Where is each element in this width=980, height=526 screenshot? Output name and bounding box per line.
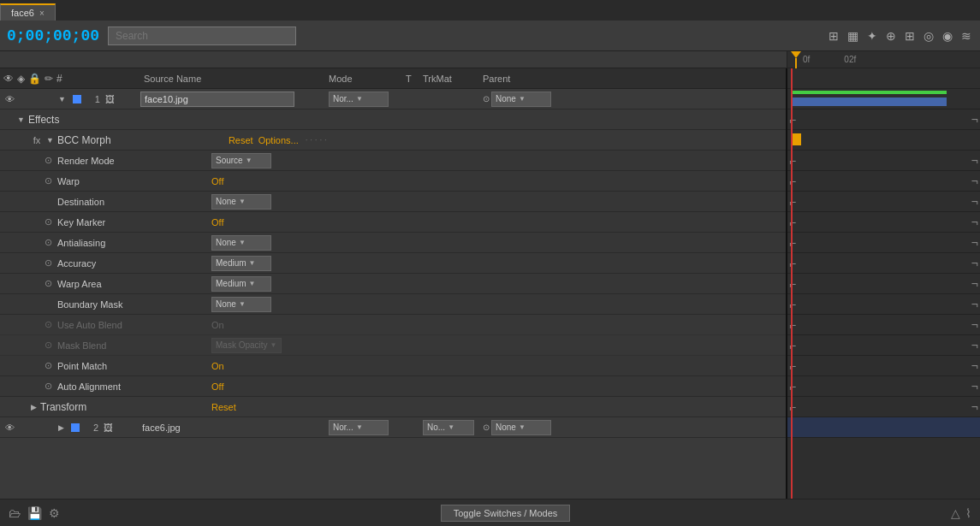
- auto-alignment-row: ⊙ Auto Alignment Off: [0, 376, 786, 397]
- point-match-value: On: [211, 361, 224, 371]
- destination-label: Destination: [57, 197, 211, 207]
- search-input[interactable]: [108, 27, 296, 45]
- trkmat-header: TrkMat: [423, 74, 483, 84]
- accuracy-row: ⊙ Accuracy Medium ▼: [0, 253, 786, 274]
- accuracy-dropdown[interactable]: Medium ▼: [211, 256, 271, 271]
- tab-close[interactable]: ×: [39, 9, 45, 18]
- mode-dropdown-2[interactable]: Nor... ▼: [329, 420, 389, 435]
- layer-row-1[interactable]: 👁 ▼ 1 🖼 Nor... ▼ ⊙: [0, 89, 786, 109]
- mode-dropdown-1[interactable]: Nor... ▼: [329, 92, 389, 107]
- key-marker-row: ⊙ Key Marker Off: [0, 212, 786, 233]
- parent-dropdown-2[interactable]: None ▼: [491, 420, 551, 435]
- antialiasing-label: Antialiasing: [57, 238, 211, 248]
- stop-icon-pointmatch[interactable]: ⊙: [45, 360, 52, 371]
- mask-blend-arrow: ▼: [270, 341, 277, 349]
- bracket-out-8: ¬: [971, 298, 978, 311]
- key-marker-value: Off: [211, 217, 223, 228]
- timeline-prop-2: ⌐ ¬: [787, 171, 980, 192]
- effects-row: ▼ Effects: [0, 109, 786, 130]
- folder-icon[interactable]: 🗁: [9, 506, 21, 520]
- destination-dropdown[interactable]: None ▼: [211, 194, 271, 210]
- bcc-options-btn[interactable]: Options...: [258, 135, 299, 145]
- timeline-prop-12: ⌐ ¬: [787, 376, 980, 397]
- status-bar: 🗁 💾 ⚙ Toggle Switches / Modes △ ⌇: [0, 499, 980, 526]
- expand-triangle-2[interactable]: ▶: [58, 423, 64, 432]
- bcc-morph-label: BCC Morph: [57, 134, 229, 146]
- toolbar: 0;00;00;00 ⊞ ▦ ✦ ⊕ ⊞ ◎ ◉ ≋: [0, 21, 980, 51]
- point-match-label: Point Match: [57, 361, 211, 371]
- stop-icon-keymarker[interactable]: ⊙: [45, 216, 52, 228]
- antialiasing-row: ⊙ Antialiasing None ▼: [0, 233, 786, 253]
- timeline-prop-10: ⌐ ¬: [787, 335, 980, 356]
- save-icon[interactable]: 💾: [27, 506, 42, 520]
- warp-row: ⊙ Warp Off: [0, 171, 786, 192]
- tab-bar: face6 ×: [0, 0, 980, 21]
- parent-cell-1: ⊙ None ▼: [483, 92, 551, 107]
- grid2-icon[interactable]: ⊞: [903, 27, 917, 44]
- bracket-out-t: ¬: [971, 400, 978, 414]
- bracket-out-1: ¬: [971, 154, 978, 168]
- bracket-out-2: ¬: [971, 174, 978, 188]
- antialiasing-dropdown[interactable]: None ▼: [211, 235, 271, 251]
- layer-num-1: 1: [85, 94, 100, 104]
- boundary-mask-dropdown[interactable]: None ▼: [211, 297, 271, 312]
- warp-area-dropdown[interactable]: Medium ▼: [211, 276, 271, 292]
- effects-expand[interactable]: ▼: [17, 115, 25, 124]
- render-mode-dropdown[interactable]: Source ▼: [211, 153, 271, 168]
- transform-expand[interactable]: ▶: [31, 403, 37, 411]
- destination-arrow: ▼: [239, 198, 246, 205]
- expand-triangle-1[interactable]: ▼: [58, 95, 66, 103]
- fx-icon: fx: [31, 135, 43, 145]
- timeline-prop-1: ⌐ ¬: [787, 151, 980, 171]
- eye-icon-1[interactable]: 👁: [3, 94, 15, 104]
- trkmat-dropdown-2[interactable]: No... ▼: [423, 420, 474, 435]
- tab-face6[interactable]: face6 ×: [0, 3, 56, 21]
- warp-area-value: Medium ▼: [211, 276, 288, 292]
- bcc-morph-row: fx ▼ BCC Morph Reset Options... · · · · …: [0, 130, 786, 151]
- bcc-reset-btn[interactable]: Reset: [229, 135, 253, 145]
- bcc-expand[interactable]: ▼: [46, 136, 54, 145]
- stop-icon-autoalign[interactable]: ⊙: [45, 381, 52, 392]
- timeline-row-2: [787, 417, 980, 438]
- layer-file-icon-1: 🖼: [105, 94, 115, 104]
- collapse-icon[interactable]: ⊞: [827, 27, 840, 44]
- graph-status-icon[interactable]: ⌇: [965, 506, 971, 520]
- graph-icon[interactable]: ≋: [959, 27, 973, 44]
- chevron-up-icon[interactable]: △: [951, 506, 960, 520]
- accuracy-label: Accuracy: [57, 258, 211, 269]
- layer-row-2[interactable]: 👁 ▶ 2 🖼 face6.jpg Nor... ▼: [0, 417, 786, 438]
- warp-area-arrow: ▼: [249, 280, 256, 287]
- mask-blend-dropdown[interactable]: Mask Opacity ▼: [211, 338, 282, 353]
- stop-icon-aa[interactable]: ⊙: [45, 237, 52, 248]
- timeline-row-1: [787, 89, 980, 109]
- eye-icon-2[interactable]: 👁: [3, 423, 15, 433]
- stop-icon-accuracy[interactable]: ⊙: [45, 257, 52, 269]
- render-mode-label: Render Mode: [57, 156, 211, 166]
- warp-area-label: Warp Area: [57, 279, 211, 289]
- layer-name-cell-1: [140, 92, 329, 107]
- bracket-out-4: ¬: [971, 216, 978, 229]
- parent-dropdown-arrow-2: ▼: [519, 423, 526, 431]
- eye2-icon[interactable]: ◉: [941, 27, 954, 44]
- camera-icon[interactable]: ⊕: [884, 27, 898, 44]
- boundary-mask-row: ⊙ Boundary Mask None ▼: [0, 294, 786, 315]
- parent-dropdown-1[interactable]: None ▼: [491, 92, 551, 107]
- stop-icon-warparea[interactable]: ⊙: [45, 278, 52, 289]
- boundary-mask-value: None ▼: [211, 297, 288, 312]
- bracket-out-5: ¬: [971, 236, 978, 250]
- playhead-triangle: [791, 51, 801, 58]
- auto-blend-label: Use Auto Blend: [57, 320, 211, 330]
- morph-icon[interactable]: ✦: [865, 27, 879, 44]
- settings-icon[interactable]: ⚙: [49, 506, 60, 520]
- auto-alignment-label: Auto Alignment: [57, 381, 211, 392]
- stop-icon-warp[interactable]: ⊙: [45, 175, 52, 186]
- render-mode-arrow: ▼: [246, 157, 252, 164]
- accuracy-value: Medium ▼: [211, 256, 288, 271]
- layer-name-input-1[interactable]: [140, 92, 294, 107]
- grid-icon[interactable]: ▦: [846, 27, 860, 44]
- circle-icon[interactable]: ◎: [922, 27, 935, 44]
- toggle-switches-button[interactable]: Toggle Switches / Modes: [441, 505, 571, 522]
- transform-reset-btn[interactable]: Reset: [211, 402, 236, 412]
- mode-header: Mode: [329, 74, 406, 84]
- stop-icon-render[interactable]: ⊙: [45, 155, 52, 166]
